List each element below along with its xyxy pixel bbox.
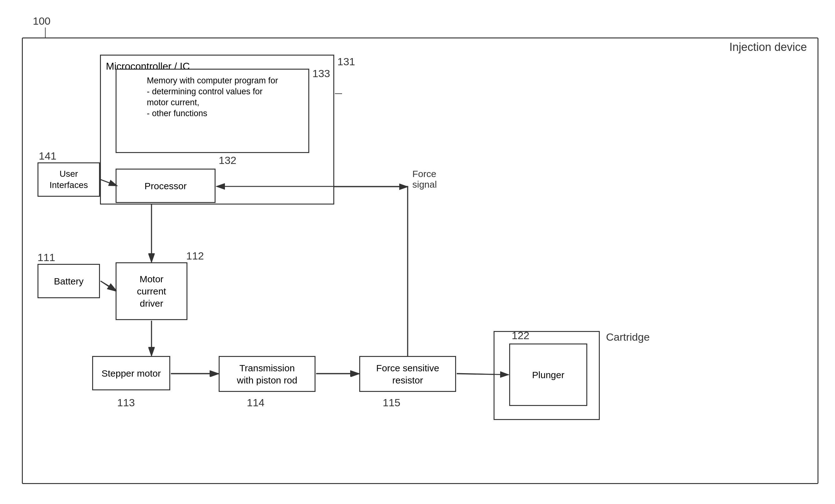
processor-box: Processor — [116, 169, 216, 203]
ref-100: 100 — [33, 15, 50, 27]
processor-label: Processor — [144, 180, 186, 192]
battery-label: Battery — [54, 275, 83, 287]
diagram-container: Injection device 100 — [0, 0, 835, 504]
ref-113: 113 — [117, 397, 135, 409]
ref-141: 141 — [39, 150, 57, 162]
ref-112: 112 — [186, 250, 204, 262]
ref-114: 114 — [247, 397, 265, 409]
motor-driver-label: Motor current driver — [137, 273, 166, 310]
stepper-motor-label: Stepper motor — [102, 367, 161, 379]
fsr-box: Force sensitive resistor — [359, 356, 456, 392]
ref-121: Cartridge — [606, 331, 650, 343]
force-signal-label: Force signal — [412, 169, 437, 190]
injection-device-label: Injection device — [729, 41, 807, 54]
user-interfaces-label: User Interfaces — [50, 168, 88, 191]
plunger-label: Plunger — [532, 369, 564, 381]
motor-driver-box: Motor current driver — [116, 262, 187, 320]
transmission-label: Transmission with piston rod — [237, 362, 297, 386]
ref-122: 122 — [512, 330, 529, 342]
ref-111: 111 — [38, 251, 55, 264]
ref-131: 131 — [338, 56, 355, 68]
stepper-motor-box: Stepper motor — [92, 356, 170, 390]
user-interfaces-box: User Interfaces — [38, 162, 100, 197]
memory-label: Memory with computer program for - deter… — [147, 75, 278, 119]
fsr-label: Force sensitive resistor — [376, 362, 439, 386]
battery-box: Battery — [38, 264, 100, 298]
ref-133: 133 — [312, 67, 330, 80]
transmission-box: Transmission with piston rod — [219, 356, 315, 392]
memory-box: Memory with computer program for - deter… — [116, 69, 309, 153]
ref-115: 115 — [383, 397, 401, 409]
plunger-box: Plunger — [509, 343, 587, 406]
ref-132: 132 — [219, 154, 237, 166]
